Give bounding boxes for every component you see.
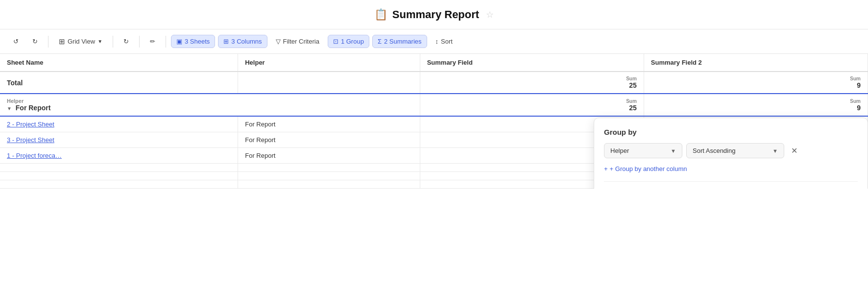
grid-view-button[interactable]: ⊞ Grid View ▼ bbox=[53, 34, 108, 49]
group-header-name: For Report bbox=[16, 104, 51, 112]
favorite-star-icon[interactable]: ☆ bbox=[486, 9, 494, 20]
summaries-icon: Σ bbox=[378, 38, 382, 45]
group-button[interactable]: ⊡ 1 Group bbox=[328, 35, 369, 48]
sort-caret-icon: ▼ bbox=[772, 148, 778, 154]
app-header: 📋 Summary Report ☆ bbox=[0, 0, 868, 29]
columns-icon: ⊞ bbox=[223, 38, 229, 45]
panel-controls-row: Helper ▼ Sort Ascending ▼ ✕ bbox=[604, 143, 858, 158]
group-sum-label-2: Sum bbox=[651, 98, 861, 104]
group-header-row: Helper ▼ For Report Sum 25 Sum 9 bbox=[0, 94, 868, 116]
total-sum-field2: Sum 9 bbox=[644, 72, 868, 94]
pencil-button[interactable]: ✏ bbox=[145, 35, 161, 48]
add-group-label: + Group by another column bbox=[610, 165, 687, 172]
field-caret-icon: ▼ bbox=[671, 148, 676, 154]
sort-selector[interactable]: Sort Ascending ▼ bbox=[686, 143, 784, 158]
table-header-row: Sheet Name Helper Summary Field Summary … bbox=[0, 54, 868, 72]
sum-label-2: Sum bbox=[651, 76, 861, 81]
col-helper: Helper bbox=[238, 54, 420, 72]
group-sum-label-1: Sum bbox=[427, 98, 637, 104]
field-selector-label: Helper bbox=[610, 147, 629, 154]
group-sum-value-1: 25 bbox=[427, 104, 637, 112]
main-content: Sheet Name Helper Summary Field Summary … bbox=[0, 54, 868, 189]
filter-button[interactable]: ▽ Filter Criteria bbox=[270, 35, 325, 48]
total-row: Total Sum 25 Sum 9 bbox=[0, 72, 868, 94]
grid-view-label: Grid View bbox=[68, 38, 95, 45]
columns-button[interactable]: ⊞ 3 Columns bbox=[218, 35, 267, 48]
toolbar: ↺ ↻ ⊞ Grid View ▼ ↻ ✏ ▣ 3 Sheets ⊞ 3 Col… bbox=[0, 29, 868, 54]
group-sum-field: Sum 25 bbox=[420, 94, 644, 116]
sheets-icon: ▣ bbox=[176, 38, 182, 45]
panel-footer: ⊟ ▤ Cancel OK bbox=[604, 181, 858, 189]
group-tag: Helper bbox=[7, 98, 413, 104]
summaries-button[interactable]: Σ 2 Summaries bbox=[372, 35, 427, 48]
refresh-button[interactable]: ↻ bbox=[118, 35, 134, 48]
redo-button[interactable]: ↻ bbox=[27, 35, 43, 48]
total-sum-field: Sum 25 bbox=[420, 72, 644, 94]
total-label: Total bbox=[0, 72, 238, 94]
sum-value-2: 9 bbox=[651, 81, 861, 89]
separator-4 bbox=[166, 36, 166, 48]
grid-icon: ⊞ bbox=[59, 37, 65, 46]
sum-value-1: 25 bbox=[427, 81, 637, 89]
col-summary-field2: Summary Field 2 bbox=[644, 54, 868, 72]
sort-selector-label: Sort Ascending bbox=[693, 147, 735, 154]
cell-sheet-name[interactable]: 2 - Project Sheet bbox=[0, 116, 238, 132]
panel-title: Group by bbox=[604, 128, 858, 136]
remove-group-button[interactable]: ✕ bbox=[788, 144, 800, 157]
sheets-button[interactable]: ▣ 3 Sheets bbox=[171, 35, 215, 48]
separator-3 bbox=[139, 36, 140, 48]
add-group-link[interactable]: + + Group by another column bbox=[604, 165, 858, 172]
group-by-panel: Group by Helper ▼ Sort Ascending ▼ ✕ + +… bbox=[594, 118, 868, 189]
filter-label: Filter Criteria bbox=[283, 38, 319, 45]
group-sum-field2: Sum 9 bbox=[644, 94, 868, 116]
group-label: 1 Group bbox=[341, 38, 364, 45]
columns-label: 3 Columns bbox=[231, 38, 262, 45]
total-helper bbox=[238, 72, 420, 94]
filter-icon: ▽ bbox=[276, 38, 281, 45]
sum-label-1: Sum bbox=[427, 76, 637, 81]
sort-label: Sort bbox=[441, 38, 453, 45]
cell-sheet-name[interactable]: 1 - Project foreca… bbox=[0, 148, 238, 164]
group-icon: ⊡ bbox=[333, 38, 338, 45]
title-area: 📋 Summary Report ☆ bbox=[374, 8, 494, 21]
sheets-label: 3 Sheets bbox=[185, 38, 210, 45]
separator-2 bbox=[113, 36, 113, 48]
group-sum-value-2: 9 bbox=[651, 104, 861, 112]
undo-button[interactable]: ↺ bbox=[8, 35, 24, 48]
sort-button[interactable]: ↕ Sort bbox=[430, 35, 458, 48]
cell-sheet-name[interactable]: 3 - Project Sheet bbox=[0, 132, 238, 148]
report-icon: 📋 bbox=[374, 8, 387, 21]
cell-helper: For Report bbox=[238, 148, 420, 164]
col-summary-field: Summary Field bbox=[420, 54, 644, 72]
group-header-label: Helper ▼ For Report bbox=[0, 94, 420, 116]
cell-helper: For Report bbox=[238, 132, 420, 148]
collapse-triangle[interactable]: ▼ bbox=[7, 106, 12, 111]
cell-helper: For Report bbox=[238, 116, 420, 132]
grid-view-caret: ▼ bbox=[97, 39, 102, 44]
summaries-label: 2 Summaries bbox=[384, 38, 422, 45]
col-sheet-name: Sheet Name bbox=[0, 54, 238, 72]
sort-icon: ↕ bbox=[435, 38, 439, 45]
separator-1 bbox=[48, 36, 48, 48]
add-group-icon: + bbox=[604, 165, 608, 172]
page-title: Summary Report bbox=[392, 8, 479, 21]
field-selector[interactable]: Helper ▼ bbox=[604, 143, 682, 158]
